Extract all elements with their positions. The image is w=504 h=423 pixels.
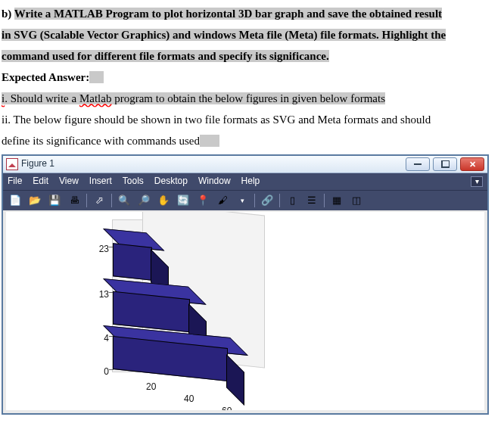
colorbar-icon[interactable]: ▯	[283, 192, 301, 209]
zoom-in-icon[interactable]: 🔍	[115, 192, 133, 209]
open-icon[interactable]: 📂	[26, 192, 44, 209]
point-ii-a: ii. The below figure should be shown in …	[2, 114, 431, 126]
dock-icon[interactable]: ◫	[347, 192, 366, 209]
toolbar: 📄 📂 💾 🖶 ⬀ 🔍 🔎 ✋ 🔄 📍 🖌 ▾ 🔗 ▯ ☰ ▦ ◫	[3, 190, 487, 210]
x-tick-20: 20	[146, 380, 156, 394]
matlab-figure-window: Figure 1 ✕ File Edit View Insert Tools D…	[2, 154, 489, 415]
zoom-out-icon[interactable]: 🔎	[135, 192, 153, 209]
pan-icon[interactable]: ✋	[154, 192, 173, 209]
save-icon[interactable]: 💾	[45, 192, 64, 209]
new-icon[interactable]: 📄	[6, 192, 24, 209]
x-tick-60: 60	[222, 404, 232, 410]
expected-heading: Expected Answer:	[2, 71, 89, 83]
dropdown-icon[interactable]: ▾	[233, 192, 251, 209]
expected-hlspace	[89, 71, 104, 83]
menu-view[interactable]: View	[59, 174, 79, 188]
question-prefix: b)	[2, 8, 14, 20]
menu-help[interactable]: Help	[241, 174, 260, 188]
question-line2: in SVG (Scalable Vector Graphics) and wi…	[2, 29, 446, 41]
point-ii-hlspace	[200, 135, 219, 147]
point-i-rest: . Should write a	[5, 92, 79, 104]
brush-icon[interactable]: 🖌	[213, 192, 232, 209]
menu-insert[interactable]: Insert	[89, 174, 112, 188]
menu-bar: File Edit View Insert Tools Desktop Wind…	[3, 173, 487, 190]
maximize-button[interactable]	[433, 157, 457, 171]
window-titlebar: Figure 1 ✕	[3, 156, 487, 173]
print-icon[interactable]: 🖶	[65, 192, 83, 209]
y-tick-0: 0	[91, 365, 109, 379]
question-line1: Write a MATLAB Program to plot horizonta…	[14, 8, 442, 20]
legend-icon[interactable]: ☰	[303, 192, 321, 209]
menu-file[interactable]: File	[8, 174, 22, 188]
close-button[interactable]: ✕	[460, 157, 484, 171]
rotate-icon[interactable]: 🔄	[174, 192, 192, 209]
question-line3: command used for different file formats …	[2, 50, 329, 62]
plot-canvas: 0 4 13 23 20 40 60	[6, 212, 484, 410]
window-title: Figure 1	[21, 157, 54, 171]
menu-tools[interactable]: Tools	[123, 174, 144, 188]
y-tick-4: 4	[91, 331, 109, 346]
point-ii-b: define its significance with commands us…	[2, 135, 200, 147]
x-tick-40: 40	[184, 392, 194, 406]
menu-desktop[interactable]: Desktop	[154, 174, 188, 188]
minimize-button[interactable]	[406, 157, 430, 171]
y-tick-23: 23	[91, 242, 109, 257]
toolbar-chevron-icon[interactable]: ▾	[471, 176, 483, 187]
menu-edit[interactable]: Edit	[33, 174, 48, 188]
point-i-matlab: Matlab	[79, 92, 112, 104]
pointer-icon[interactable]: ⬀	[90, 192, 108, 209]
plot-area: 0 4 13 23 20 40 60	[112, 219, 316, 409]
datacursor-icon[interactable]: 📍	[194, 192, 212, 209]
y-tick-13: 13	[91, 288, 109, 302]
grid-icon[interactable]: ▦	[328, 192, 346, 209]
matlab-figure-icon	[6, 158, 18, 170]
link-icon[interactable]: 🔗	[258, 192, 276, 209]
menu-window[interactable]: Window	[198, 174, 231, 188]
point-i-tail: program to obtain the below figures in g…	[111, 92, 385, 104]
